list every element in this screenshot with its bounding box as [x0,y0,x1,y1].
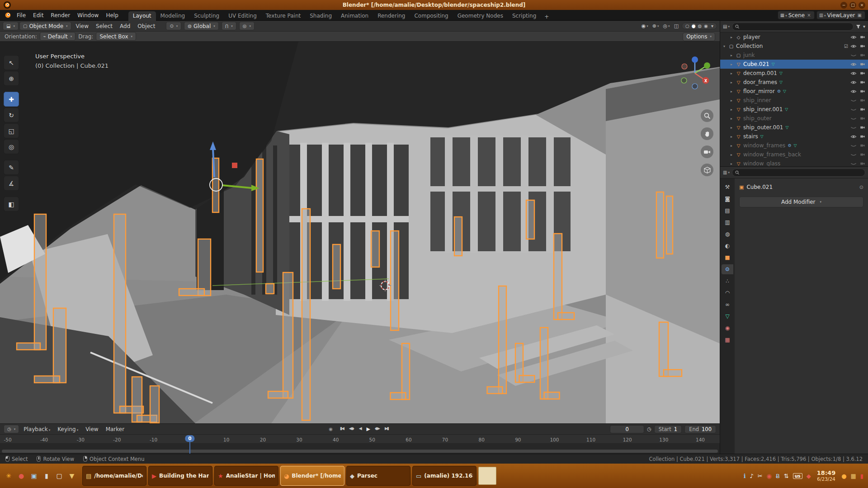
transform-tool-button[interactable]: ◎ [4,139,19,154]
file-manager-icon[interactable]: ▣ [28,470,40,482]
menu-file[interactable]: File [13,11,29,19]
timeline-body[interactable]: -50-40-30-20-100102030405060708090100110… [0,435,720,454]
viewlayer-copy-icon[interactable]: ▣ [857,13,863,18]
tab-scripting[interactable]: Scripting [508,11,541,21]
expand-arrow-icon[interactable]: ▸ [729,71,734,75]
expand-arrow-icon[interactable]: ▸ [729,126,734,130]
window-preview-thumbnail[interactable] [478,467,496,485]
auto-keying-toggle[interactable]: ◉ [329,427,333,432]
selected-frame-outline[interactable] [540,328,548,399]
selected-frame-outline[interactable] [487,387,503,394]
hide-in-viewport-toggle[interactable] [849,80,857,85]
selected-frame-outline[interactable] [659,322,668,376]
expand-arrow-icon[interactable]: ▸ [729,89,734,94]
taskbar-window-analiestar-hom[interactable]: ★AnalieStar | Hom... [214,466,278,486]
disable-in-renders-toggle[interactable] [859,98,866,103]
outliner-row-ship-inner-001[interactable]: ▸▽ship_inner.001▽ [720,105,868,114]
outliner-row-window-frames-back[interactable]: ▸▽window_frames_back [720,150,868,159]
timeline-menu-keying[interactable]: Keying▾ [54,425,82,433]
prev-keyframe-button[interactable]: ◀◆ [347,425,356,433]
network-icon[interactable]: ⇅ [784,473,789,479]
outliner-editor-type[interactable]: ▤▾ [723,24,730,29]
tab-compositing[interactable]: Compositing [410,11,453,21]
selected-frame-outline[interactable] [391,393,406,399]
scene-name[interactable]: Scene [788,12,805,19]
move-tool-button[interactable]: ✚ [4,92,19,107]
scene-unlink-icon[interactable]: × [806,13,811,18]
downloads-icon[interactable]: ▼ [66,470,78,482]
disable-in-renders-toggle[interactable] [859,89,866,94]
editor-type-selector[interactable]: ⬓▾ [3,22,19,30]
timeline-menu-view[interactable]: View [82,425,102,433]
taskbar-window-amalie-192-168-4[interactable]: ▭(amalie) 192.168.4... [412,466,476,486]
selected-frame-outline[interactable] [268,391,288,398]
camera-view-icon[interactable] [701,145,713,158]
expand-arrow-icon[interactable]: ▸ [729,117,734,121]
timeline-menu-marker[interactable]: Marker [102,425,128,433]
show-desktop-icon[interactable]: ▦ [851,473,856,479]
properties-tab-texture[interactable]: ▦ [722,335,733,345]
snap-toggle[interactable]: U▾ [222,22,236,30]
expand-arrow-icon[interactable]: ▸ [729,62,734,66]
web-browser-icon[interactable]: ● [15,470,27,482]
rotate-tool-button[interactable]: ↻ [4,108,19,122]
disable-in-renders-toggle[interactable] [859,125,866,130]
tab-uv-editing[interactable]: UV Editing [224,11,261,21]
selected-frame-outline[interactable] [558,313,574,319]
selected-frame-outline[interactable] [179,289,204,296]
selected-frame-outline[interactable] [302,209,310,420]
outliner-search-input[interactable] [741,24,850,29]
properties-tab-material[interactable]: ◉ [722,323,733,333]
viewport-menu-select[interactable]: Select [92,22,116,30]
maximize-button[interactable]: □ [849,2,856,9]
outliner-row-door-frames[interactable]: ▸▽door_frames▽ [720,78,868,87]
outliner-options-icon[interactable]: ▾ [863,24,865,29]
close-button[interactable]: × [859,2,865,9]
current-frame-field[interactable]: 0 [610,425,644,433]
expand-arrow-icon[interactable]: ▾ [722,44,726,48]
terminal-icon[interactable]: ▮ [41,470,52,482]
shading-rendered-icon[interactable]: ◉ [704,23,708,28]
proportional-editing-toggle[interactable]: ◎▾ [239,22,255,30]
mode-selector[interactable]: ▢Object Mode▾ [19,22,71,30]
outliner-row-window-frames[interactable]: ▸▽window_frames⚙▽ [720,141,868,150]
selected-frame-outline[interactable] [333,244,340,289]
toggle-xray-icon[interactable]: ◫ [674,23,679,29]
tab-sculpting[interactable]: Sculpting [189,11,224,21]
selected-frame-outline[interactable] [150,386,159,423]
notifications-icon[interactable]: ● [841,473,846,479]
properties-tab-modifiers[interactable]: ⚙ [722,264,733,274]
menu-render[interactable]: Render [47,11,74,19]
selected-frame-outline[interactable] [391,231,399,330]
properties-tab-particles[interactable]: ∴ [722,276,733,286]
minimize-button[interactable]: − [840,2,847,9]
tab-shading[interactable]: Shading [305,11,336,21]
disable-in-renders-toggle[interactable] [859,143,866,148]
properties-tab-physics[interactable]: ◠ [722,288,733,298]
selected-frame-outline[interactable] [17,343,40,350]
hide-in-viewport-toggle[interactable] [849,98,857,103]
expand-arrow-icon[interactable]: ▸ [729,53,734,57]
annotate-tool-button[interactable]: ✎ [4,160,19,175]
music-icon[interactable]: ♪ [750,473,753,479]
expand-arrow-icon[interactable]: ▸ [729,162,734,166]
properties-editor-type[interactable]: ▥▾ [723,170,730,175]
viewport-3d[interactable]: X User Perspective (0) Collection | Cube… [0,42,720,423]
expand-arrow-icon[interactable]: ▸ [729,153,734,157]
menu-help[interactable]: Help [102,11,122,19]
menu-window[interactable]: Window [74,11,102,19]
security-icon[interactable]: ◆ [807,473,811,479]
timeline-menu-playback[interactable]: Playback▾ [20,425,54,433]
shading-solid-icon[interactable]: ● [692,23,696,28]
power-icon[interactable]: ▮ [860,473,863,479]
disable-in-renders-toggle[interactable] [859,134,866,139]
viewport-menu-object[interactable]: Object [134,22,159,30]
disable-in-renders-toggle[interactable] [859,116,866,121]
tab-animation[interactable]: Animation [336,11,373,21]
viewlayer-selector[interactable]: ▥▾ ViewLayer ▣ [816,11,865,19]
tab-texture-paint[interactable]: Texture Paint [261,11,305,21]
outliner-row-player[interactable]: ▸◇player [720,33,868,42]
selected-frame-outline[interactable] [266,284,274,294]
outliner-row-window-glass[interactable]: ▸▽window_glass [720,159,868,166]
disable-in-renders-toggle[interactable] [859,161,866,166]
